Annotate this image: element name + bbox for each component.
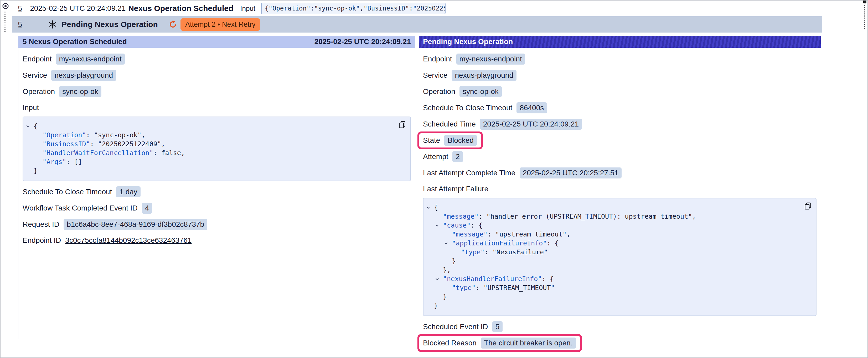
json-token: :	[66, 158, 74, 166]
field-value-badge: 5	[492, 321, 503, 332]
input-section-label-row: Input	[23, 102, 411, 113]
event-row-scheduled[interactable]: 5 2025-02-25 UTC 20:24:09.21 Nexus Opera…	[11, 1, 867, 16]
retry-icon	[168, 20, 177, 29]
field-value-badge: 2	[453, 151, 463, 162]
event-row-pending[interactable]: 5 Pending Nexus Operation Attempt 2 • Ne…	[12, 16, 822, 33]
field-row: Operationsync-op-ok	[23, 86, 411, 97]
minimap-thumb[interactable]	[863, 1, 866, 3]
field-value-badge: 2025-02-25 UTC 20:24:09.21	[480, 119, 582, 130]
annotation-highlight: Blocked ReasonThe circuit breaker is ope…	[417, 334, 582, 352]
json-token: :	[86, 131, 94, 139]
json-token: "type"	[461, 248, 485, 256]
collapse-chevron-icon[interactable]	[426, 205, 431, 210]
json-token: :	[90, 140, 98, 148]
field-row: Last Attempt Complete Time2025-02-25 UTC…	[423, 167, 816, 178]
event-id-link[interactable]: 5	[18, 4, 22, 13]
json-line: {	[424, 203, 798, 212]
scheduled-event-panel: 5 Nexus Operation Scheduled 2025-02-25 U…	[18, 36, 415, 339]
field-value-badge: b1c6a4bc-8ee7-468a-9169-df3b02c8737b	[64, 219, 207, 230]
json-token: "Args"	[42, 158, 66, 166]
failure-section-label-row: Last Attempt Failure	[423, 184, 816, 194]
copy-button[interactable]	[803, 202, 812, 211]
json-token: ,	[181, 149, 185, 157]
field-value-badge: my-nexus-endpoint	[456, 54, 525, 65]
failure-json-viewer: {"message": "handler error (UPSTREAM_TIM…	[423, 198, 816, 316]
field-value-badge: sync-op-ok	[59, 86, 101, 97]
field-row: Blocked ReasonThe circuit breaker is ope…	[423, 337, 816, 349]
field-row: Endpointmy-nexus-endpoint	[423, 54, 816, 65]
input-json-viewer: {"Operation": "sync-op-ok","BusinessID":…	[23, 117, 411, 181]
field-value-badge: Blocked	[444, 135, 477, 146]
json-token: "message"	[452, 230, 487, 238]
field-value-badge: 1 day	[116, 186, 141, 197]
json-line: "message": "upstream timeout",	[424, 230, 798, 239]
field-label: Service	[423, 71, 447, 79]
field-label: Request ID	[23, 220, 59, 229]
json-line: },	[424, 266, 798, 274]
json-line: "Operation": "sync-op-ok",	[23, 131, 392, 140]
json-token: "message"	[443, 213, 478, 220]
event-timestamp: 2025-02-25 UTC 20:24:09.21	[30, 4, 128, 12]
collapse-chevron-icon[interactable]	[443, 241, 449, 246]
json-line: "applicationFailureInfo": {	[424, 239, 798, 248]
pending-panel-header: Pending Nexus Operation	[419, 36, 821, 48]
event-detail-panels: 5 Nexus Operation Scheduled 2025-02-25 U…	[18, 36, 867, 349]
scheduled-panel-body: Endpointmy-nexus-endpointServicenexus-pl…	[19, 48, 415, 246]
json-line: }	[424, 301, 798, 310]
collapse-chevron-icon[interactable]	[435, 276, 440, 282]
json-token: }	[434, 302, 438, 310]
field-label: Scheduled Event ID	[423, 323, 488, 331]
field-row: Endpointmy-nexus-endpoint	[23, 54, 411, 65]
json-token: "UPSTREAM_TIMEOUT"	[484, 284, 555, 292]
collapse-chevron-icon[interactable]	[25, 124, 30, 129]
json-line: }	[23, 166, 392, 175]
json-token: []	[74, 158, 82, 166]
field-row: StateBlocked	[423, 135, 816, 146]
pending-title: Pending Nexus Operation	[61, 20, 158, 29]
field-label: Attempt	[423, 153, 448, 161]
json-line: "type": "NexusFailure"	[424, 248, 798, 257]
field-row: Attempt2	[423, 151, 816, 162]
field-row: Scheduled Time2025-02-25 UTC 20:24:09.21	[423, 119, 816, 130]
json-token: "HandlerWaitForCancellation"	[42, 149, 153, 157]
field-row: Schedule To Close Timeout86400s	[423, 102, 816, 113]
json-line: "HandlerWaitForCancellation": false,	[23, 149, 392, 158]
json-line: }	[424, 292, 798, 301]
copy-button[interactable]	[398, 120, 407, 130]
collapse-chevron-icon[interactable]	[435, 223, 440, 228]
json-token: {	[434, 204, 438, 211]
pending-asterisk-icon	[48, 20, 57, 29]
json-token: "upstream timeout"	[495, 230, 567, 238]
json-token: "NexusFailure"	[492, 248, 548, 256]
pending-event-id-link[interactable]: 5	[18, 20, 22, 29]
copy-icon	[398, 120, 407, 130]
json-token: "sync-op-ok"	[94, 131, 142, 139]
json-token: :	[547, 239, 555, 247]
json-token: ,	[567, 230, 570, 238]
json-token: "BusinessID"	[42, 140, 90, 148]
scheduled-panel-header: 5 Nexus Operation Scheduled 2025-02-25 U…	[19, 36, 415, 48]
json-line: {	[23, 122, 392, 131]
json-token: :	[542, 275, 550, 283]
scheduled-panel-title: 5 Nexus Operation Scheduled	[23, 37, 127, 46]
json-token: }	[443, 293, 447, 300]
attempt-retry-badge: Attempt 2 • Next Retry	[181, 19, 260, 31]
field-row: Endpoint ID3c0c75ccfa8144b092c13ce632463…	[23, 235, 411, 246]
field-label: Schedule To Close Timeout	[23, 188, 112, 196]
field-label: Operation	[23, 88, 55, 96]
pending-operation-panel: Pending Nexus Operation Endpointmy-nexus…	[419, 36, 821, 349]
input-section-label: Input	[23, 103, 39, 112]
field-value-link[interactable]: 3c0c75ccfa8144b092c13ce632463761	[65, 236, 191, 245]
timeline-dotted-line	[4, 11, 5, 32]
json-token: "applicationFailureInfo"	[452, 239, 547, 247]
json-line: "cause": {	[424, 221, 798, 230]
field-label: Workflow Task Completed Event ID	[23, 204, 138, 212]
scheduled-panel-timestamp: 2025-02-25 UTC 20:24:09.21	[314, 37, 411, 46]
field-row: Workflow Task Completed Event ID4	[23, 203, 411, 214]
json-token: :	[478, 213, 486, 220]
field-label: Endpoint	[423, 55, 452, 63]
pending-panel-title: Pending Nexus Operation	[423, 37, 513, 46]
field-label: Endpoint ID	[23, 236, 61, 245]
json-token: }	[34, 167, 37, 174]
field-value-badge: 4	[142, 203, 152, 214]
